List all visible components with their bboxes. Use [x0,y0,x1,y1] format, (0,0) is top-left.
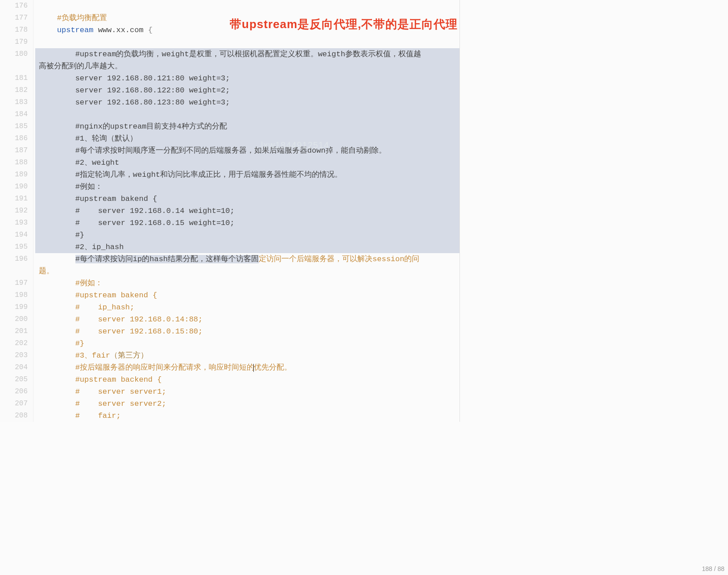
line-number: 186 [0,133,28,145]
code-line-selected[interactable]: # server 192.168.0.15 weight=10; [35,217,459,229]
code-line-selected[interactable]: #例如： [35,181,459,193]
watermark-text: lxw1844912514 [261,138,329,152]
line-number: 192 [0,205,28,217]
code-line-selected[interactable]: #2、weight [35,157,459,169]
line-number: 178 [0,24,28,36]
line-number: 203 [0,350,28,362]
line-number: 176 [0,0,28,12]
code-line-wrap[interactable]: 高被分配到的几率越大。 [35,60,459,72]
code-line[interactable]: # ip_hash; [35,301,459,313]
code-line-selected[interactable]: server 192.168.80.122:80 weight=2; [35,84,459,96]
code-token: # server 192.168.0.14 weight=10; [75,207,235,215]
code-token: #upstream的负载均衡，weight是权重，可以根据机器配置定义权重。we… [75,50,421,58]
code-line[interactable]: # server 192.168.0.15:80; [35,325,459,338]
code-line-selected[interactable]: #指定轮询几率，weight和访问比率成正比，用于后端服务器性能不均的情况。 [35,169,459,181]
line-number: 199 [0,301,28,313]
code-line[interactable]: # fair; [35,410,459,422]
code-line-selected[interactable]: #} [35,229,459,241]
code-token: www.xx.com [93,26,148,34]
line-number: 184 [0,108,28,121]
code-token-comment: # server 192.168.0.14:88; [75,315,203,324]
line-number: 187 [0,145,28,157]
code-line[interactable]: #upstream backend { [35,374,459,386]
line-number: 195 [0,241,28,253]
line-number: 189 [0,169,28,181]
code-editor[interactable]: 176 177 178 179 180 181 182 183 184 185 … [0,0,460,422]
code-token-comment: #upstream backend { [75,375,162,384]
code-token-comment: # server server2; [75,400,166,408]
line-number: 180 [0,48,28,60]
code-line-selected[interactable]: #nginx的upstream目前支持4种方式的分配 [35,121,459,133]
line-number: 202 [0,338,28,350]
code-token: 高被分配到的几率越大。 [39,62,122,71]
line-number: 193 [0,217,28,229]
code-token: #每个请求按时间顺序逐一分配到不同的后端服务器，如果后端服务器down掉，能自动… [75,146,386,155]
code-token-comment: 题。 [39,267,54,275]
code-line-selected[interactable]: # server 192.168.0.14 weight=10; [35,205,459,217]
line-number: 208 [0,410,28,422]
code-line-selected[interactable] [35,108,459,121]
line-number [0,60,28,72]
code-token-comment: #例如： [75,279,103,288]
code-token-dim: （第三方） [110,351,148,360]
code-token-comment: #upstream bakend { [75,291,157,300]
line-number: 191 [0,193,28,205]
code-line[interactable] [35,36,459,48]
code-area[interactable]: 带upstream是反向代理,不带的是正向代理 lxw1844912514 #负… [33,0,459,422]
code-line[interactable]: #每个请求按访问ip的hash结果分配，这样每个访客固定访问一个后端服务器，可以… [35,253,459,265]
line-number [0,265,28,277]
code-token-comment: #按后端服务器的响应时间来分配请求，响应时间短的 [75,363,254,372]
annotation-text: 带upstream是反向代理,不带的是正向代理 [230,15,458,33]
line-number: 206 [0,386,28,398]
code-line-wrap[interactable]: 题。 [35,265,459,277]
code-token: #例如： [75,183,103,191]
code-line-selected[interactable]: #每个请求按时间顺序逐一分配到不同的后端服务器，如果后端服务器down掉，能自动… [35,145,459,157]
line-number: 196 [0,253,28,265]
code-token: # server 192.168.0.15 weight=10; [75,219,235,227]
line-number: 182 [0,84,28,96]
code-line-selected[interactable]: server 192.168.80.123:80 weight=3; [35,96,459,108]
code-line-selected[interactable]: #upstream的负载均衡，weight是权重，可以根据机器配置定义权重。we… [35,48,459,60]
code-line-selected[interactable]: #2、ip_hash [35,241,459,253]
code-token-comment: # fair; [75,412,121,420]
line-number: 194 [0,229,28,241]
code-token-comment: #3、fair [75,351,110,360]
code-token: #nginx的upstream目前支持4种方式的分配 [75,122,227,131]
code-line[interactable]: #例如： [35,277,459,289]
code-line[interactable]: # server 192.168.0.14:88; [35,313,459,325]
code-line[interactable] [35,0,459,12]
code-line[interactable]: #} [35,338,459,350]
code-token: #} [75,231,84,239]
code-token: #2、weight [75,158,120,167]
code-line-selected[interactable]: #1、轮询（默认） [35,133,459,145]
code-token: server 192.168.80.121:80 weight=3; [75,74,230,83]
line-number: 201 [0,325,28,338]
code-token: server 192.168.80.122:80 weight=2; [75,86,230,95]
code-token: #指定轮询几率，weight和访问比率成正比，用于后端服务器性能不均的情况。 [75,171,342,179]
code-line[interactable]: # server server2; [35,398,459,410]
code-line-selected[interactable]: server 192.168.80.121:80 weight=3; [35,72,459,84]
line-number: 198 [0,289,28,301]
code-line[interactable]: #按后端服务器的响应时间来分配请求，响应时间短的优先分配。 [35,362,459,374]
code-line[interactable]: #3、fair（第三方） [35,350,459,362]
code-token-comment: 定访问一个后端服务器，可以解决session的问 [259,255,419,263]
code-token: #每个请求按访问ip的hash结果分配，这样每个访客固 [75,255,259,263]
code-token-comment: 优先分配。 [254,363,292,372]
code-token: #1、轮询（默认） [75,134,137,143]
code-token-comment: #} [75,339,84,348]
line-number: 190 [0,181,28,193]
line-number: 204 [0,362,28,374]
code-line[interactable]: #upstream bakend { [35,289,459,301]
line-number: 179 [0,36,28,48]
line-number: 200 [0,313,28,325]
line-number: 188 [0,157,28,169]
line-number: 205 [0,374,28,386]
code-token-comment: # server server1; [75,388,166,396]
line-number: 207 [0,398,28,410]
code-token-comment: # ip_hash; [75,303,135,312]
line-number: 185 [0,121,28,133]
code-token: #upstream bakend { [75,195,157,203]
code-line-selected[interactable]: #upstream bakend { [35,193,459,205]
code-line[interactable]: # server server1; [35,386,459,398]
code-token: server 192.168.80.123:80 weight=3; [75,98,230,107]
